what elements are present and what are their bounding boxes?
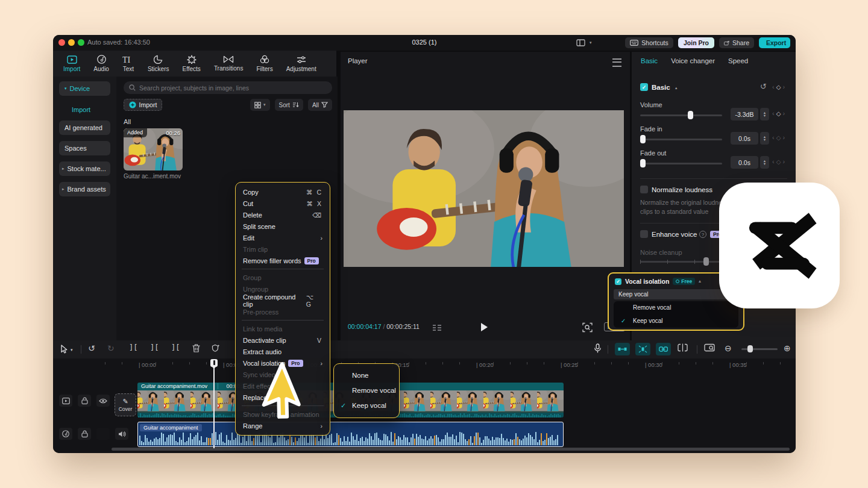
snap-to-start-toggle[interactable] bbox=[615, 343, 630, 355]
keyframe-nav-fade-out[interactable]: ‹◇› bbox=[772, 158, 785, 165]
menu-item-deactivate-clip[interactable]: Deactivate clipV bbox=[236, 334, 330, 346]
tab-speed[interactable]: Speed bbox=[728, 57, 748, 64]
nav-tab-filters[interactable]: Filters bbox=[250, 55, 279, 72]
share-button[interactable]: Share bbox=[719, 37, 754, 48]
shortcuts-button[interactable]: Shortcuts bbox=[625, 37, 673, 48]
nav-tab-adjustment[interactable]: Adjustment bbox=[280, 55, 323, 72]
zoom-out-button[interactable]: ⊖ bbox=[725, 343, 732, 353]
volume-stepper[interactable]: ▲▼ bbox=[760, 108, 769, 120]
link-clips-toggle[interactable] bbox=[656, 343, 671, 355]
submenu-item-keep-vocal[interactable]: ✓Keep vocal bbox=[334, 398, 399, 413]
split-view-button[interactable] bbox=[678, 343, 688, 352]
mute-track-icon[interactable] bbox=[115, 428, 128, 440]
volume-slider[interactable] bbox=[640, 114, 722, 116]
media-clip-thumbnail[interactable]: Added 00:26 bbox=[124, 128, 183, 170]
auto-snap-toggle[interactable] bbox=[635, 343, 650, 355]
import-media-button[interactable]: Import bbox=[124, 99, 162, 111]
menu-item-split-scene[interactable]: Split scene bbox=[236, 221, 330, 232]
menu-item-edit[interactable]: Edit› bbox=[236, 232, 330, 243]
smart-mask-button[interactable] bbox=[211, 343, 221, 353]
sidebar-item-spaces[interactable]: Spaces bbox=[59, 141, 110, 155]
menu-item-remove-filler-words[interactable]: Remove filler wordsPro bbox=[236, 255, 330, 266]
player-menu-icon[interactable] bbox=[612, 58, 621, 67]
vocal-option-remove-vocal[interactable]: Remove vocal bbox=[614, 301, 738, 314]
nav-tab-effects[interactable]: Effects bbox=[175, 55, 207, 72]
nav-tab-text[interactable]: TIText bbox=[116, 55, 141, 72]
record-voiceover-button[interactable] bbox=[594, 343, 602, 354]
menu-item-extract-audio[interactable]: Extract audio bbox=[236, 346, 330, 357]
nav-tab-import[interactable]: Import bbox=[57, 55, 87, 72]
fade-out-value[interactable]: 0.0s bbox=[731, 156, 758, 169]
sidebar-item-brand-assets[interactable]: ▸Brand assets bbox=[59, 182, 110, 196]
fade-out-slider[interactable] bbox=[640, 163, 722, 164]
search-input[interactable]: Search project, subjects in image, lines bbox=[124, 81, 332, 94]
menu-item-create-compound-clip[interactable]: Create compound clip⌥ G bbox=[236, 295, 330, 306]
select-tool-caret[interactable]: ▾ bbox=[71, 348, 73, 352]
vocal-mode-select[interactable]: Keep vocal bbox=[614, 289, 738, 299]
reset-icon[interactable]: ↺ bbox=[760, 82, 767, 91]
lock-track-icon[interactable] bbox=[78, 395, 91, 407]
menu-item-cut[interactable]: Cut⌘ X bbox=[236, 198, 330, 209]
split-button[interactable]: ][ bbox=[150, 343, 159, 352]
vocal-option-keep-vocal[interactable]: ✓Keep vocal bbox=[614, 314, 738, 328]
sort-button[interactable]: Sort bbox=[275, 99, 303, 111]
undo-button[interactable]: ↺ bbox=[88, 343, 95, 353]
plus-icon bbox=[129, 101, 136, 108]
fade-in-value[interactable]: 0.0s bbox=[731, 132, 758, 145]
nav-tab-transitions[interactable]: Transitions bbox=[207, 55, 250, 72]
keyframe-nav-basic[interactable]: ‹◇› bbox=[772, 83, 785, 90]
help-icon[interactable]: ? bbox=[699, 231, 706, 238]
cover-button[interactable]: ✎Cover bbox=[115, 393, 136, 416]
zoom-in-button[interactable]: ⊕ bbox=[784, 343, 791, 353]
volume-value[interactable]: -3.3dB bbox=[731, 108, 758, 120]
collapse-vocal-icon[interactable]: ▴ bbox=[699, 279, 701, 284]
hide-track-icon[interactable] bbox=[96, 428, 110, 440]
ruler-tick bbox=[442, 362, 443, 364]
tab-basic[interactable]: Basic bbox=[641, 57, 658, 64]
play-button[interactable] bbox=[481, 323, 488, 331]
normalize-loudness-checkbox[interactable]: ✓ bbox=[640, 186, 648, 193]
join-pro-button[interactable]: Join Pro bbox=[678, 37, 714, 48]
timeline-ruler[interactable]: | 00:00| 00:05| 00:10| 00:15| 00:20| 00:… bbox=[53, 358, 796, 371]
sidebar-item-stock-materials[interactable]: ▸Stock mate... bbox=[59, 161, 110, 176]
layout-switch-button[interactable]: ▾ bbox=[576, 37, 592, 48]
vocal-isolation-checkbox[interactable]: ✓ bbox=[615, 278, 621, 285]
preview-axis-button[interactable] bbox=[704, 343, 715, 352]
playhead-line[interactable] bbox=[213, 365, 215, 448]
filter-button[interactable]: All bbox=[308, 99, 332, 111]
fade-in-stepper[interactable]: ▲▼ bbox=[760, 132, 769, 145]
sidebar-item-import[interactable]: Import bbox=[59, 102, 110, 117]
video-preview[interactable] bbox=[344, 110, 624, 267]
menu-item-copy[interactable]: Copy⌘ C bbox=[236, 186, 330, 198]
export-button[interactable]: Export bbox=[759, 37, 790, 48]
menu-item-delete[interactable]: Delete⌫ bbox=[236, 209, 330, 221]
media-nav-tabs: ImportAudioTITextStickersEffectsTransiti… bbox=[53, 51, 338, 77]
timeline-audio-clip[interactable]: Guitar accompaniment bbox=[137, 422, 564, 447]
sidebar-item-device[interactable]: ▾Device bbox=[59, 81, 110, 96]
nav-tab-stickers[interactable]: Stickers bbox=[141, 55, 176, 72]
tab-voice-changer[interactable]: Voice changer bbox=[671, 57, 715, 64]
redo-button[interactable]: ↻ bbox=[107, 343, 115, 353]
collapse-basic-icon[interactable]: ▴ bbox=[675, 86, 678, 90]
fade-out-stepper[interactable]: ▲▼ bbox=[760, 156, 769, 169]
submenu-item-none[interactable]: None bbox=[334, 368, 399, 383]
sidebar-item-ai-generated[interactable]: AI generated bbox=[59, 120, 110, 135]
view-mode-button[interactable]: ▾ bbox=[250, 99, 270, 111]
split-right-button[interactable]: ][ bbox=[171, 343, 180, 352]
basic-section-checkbox[interactable]: ✓ bbox=[640, 83, 648, 91]
timeline-zoom-slider[interactable] bbox=[741, 348, 778, 350]
normalize-loudness-label: Normalize loudness bbox=[652, 186, 712, 193]
submenu-item-remove-vocal[interactable]: Remove vocal bbox=[334, 383, 399, 398]
select-tool-button[interactable] bbox=[60, 345, 68, 354]
enhance-voice-checkbox[interactable]: ✓ bbox=[640, 230, 648, 238]
keyframe-nav-volume[interactable]: ‹◇› bbox=[772, 110, 785, 117]
nav-tab-audio[interactable]: Audio bbox=[87, 55, 116, 72]
ruler-tick bbox=[577, 362, 578, 364]
svg-text:TI: TI bbox=[122, 55, 131, 64]
keyframe-nav-fade-in[interactable]: ‹◇› bbox=[772, 134, 785, 141]
lock-track-icon[interactable] bbox=[78, 428, 91, 440]
hide-track-icon[interactable] bbox=[96, 395, 110, 407]
delete-button[interactable] bbox=[192, 343, 201, 353]
split-left-button[interactable]: ][ bbox=[129, 343, 137, 352]
fade-in-slider[interactable] bbox=[640, 139, 722, 140]
